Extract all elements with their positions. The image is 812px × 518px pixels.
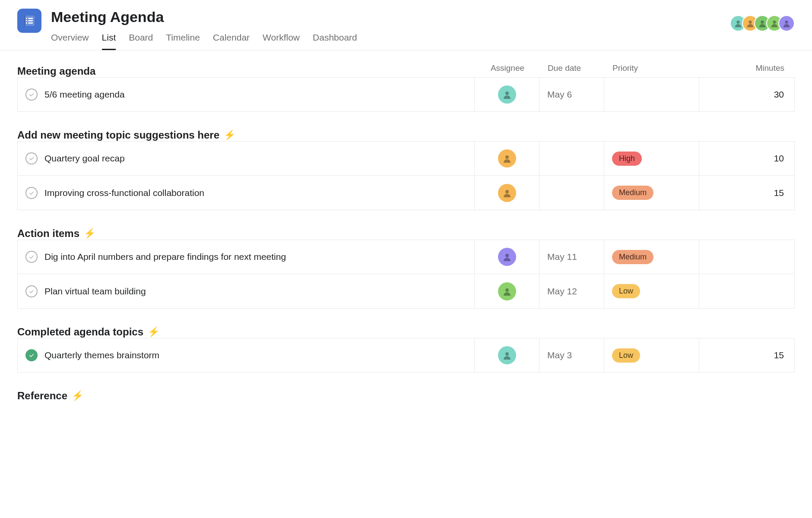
section-header-row: Reference⚡ bbox=[17, 390, 795, 402]
due-date-cell[interactable] bbox=[539, 176, 604, 210]
due-date-cell[interactable]: May 12 bbox=[539, 274, 604, 308]
tab-workflow[interactable]: Workflow bbox=[263, 29, 300, 50]
assignee-cell[interactable] bbox=[475, 338, 539, 372]
complete-check-icon[interactable] bbox=[25, 349, 38, 361]
task-cell[interactable]: Dig into April numbers and prepare findi… bbox=[18, 240, 475, 274]
section-title-text: Reference bbox=[17, 390, 67, 402]
section-title-text: Action items bbox=[17, 227, 79, 240]
section-title-text: Add new meeting topic suggestions here bbox=[17, 129, 219, 141]
section-title[interactable]: Action items⚡ bbox=[17, 227, 95, 240]
assignee-avatar[interactable] bbox=[498, 282, 516, 300]
tab-calendar[interactable]: Calendar bbox=[213, 29, 250, 50]
svg-point-16 bbox=[505, 254, 509, 257]
section-title[interactable]: Reference⚡ bbox=[17, 390, 83, 402]
task-cell[interactable]: Plan virtual team building bbox=[18, 274, 475, 308]
due-date-cell[interactable] bbox=[539, 142, 604, 175]
assignee-cell[interactable] bbox=[475, 78, 539, 111]
section-title[interactable]: Meeting agenda bbox=[17, 65, 95, 77]
priority-pill[interactable]: High bbox=[612, 152, 642, 166]
complete-check-icon[interactable] bbox=[25, 251, 38, 263]
person-icon bbox=[745, 19, 755, 28]
tab-board[interactable]: Board bbox=[129, 29, 153, 50]
project-icon bbox=[17, 9, 41, 33]
priority-pill[interactable]: Medium bbox=[612, 186, 653, 200]
task-name: Improving cross-functional collaboration bbox=[44, 188, 204, 198]
complete-check-icon[interactable] bbox=[25, 88, 38, 101]
section: Add new meeting topic suggestions here⚡Q… bbox=[17, 129, 795, 210]
complete-check-icon[interactable] bbox=[25, 152, 38, 164]
task-cell[interactable]: Quartery goal recap bbox=[18, 142, 475, 175]
priority-pill[interactable]: Medium bbox=[612, 250, 653, 264]
tab-list[interactable]: List bbox=[102, 29, 116, 50]
svg-rect-5 bbox=[26, 22, 27, 24]
svg-rect-2 bbox=[28, 18, 33, 19]
priority-cell[interactable] bbox=[604, 78, 699, 111]
task-row[interactable]: Improving cross-functional collaboration… bbox=[17, 176, 795, 210]
minutes-cell[interactable]: 10 bbox=[699, 142, 794, 175]
assignee-avatar[interactable] bbox=[498, 149, 516, 167]
svg-point-12 bbox=[785, 21, 788, 24]
priority-cell[interactable]: High bbox=[604, 142, 699, 175]
due-date-cell[interactable]: May 6 bbox=[539, 78, 604, 111]
section-title-text: Meeting agenda bbox=[17, 65, 95, 77]
priority-cell[interactable]: Medium bbox=[604, 176, 699, 210]
person-icon bbox=[502, 188, 512, 198]
priority-cell[interactable]: Low bbox=[604, 338, 699, 372]
task-row[interactable]: Dig into April numbers and prepare findi… bbox=[17, 240, 795, 274]
priority-cell[interactable]: Low bbox=[604, 274, 699, 308]
complete-check-icon[interactable] bbox=[25, 285, 38, 297]
column-headers: AssigneeDue datePriorityMinutes bbox=[475, 63, 795, 77]
person-icon bbox=[770, 19, 779, 28]
due-date-cell[interactable]: May 3 bbox=[539, 338, 604, 372]
assignee-cell[interactable] bbox=[475, 176, 539, 210]
priority-cell[interactable]: Medium bbox=[604, 240, 699, 274]
section: Meeting agendaAssigneeDue datePriorityMi… bbox=[17, 63, 795, 112]
section-title[interactable]: Completed agenda topics⚡ bbox=[17, 326, 159, 338]
svg-rect-6 bbox=[28, 22, 33, 24]
minutes-cell[interactable]: 15 bbox=[699, 176, 794, 210]
svg-point-18 bbox=[505, 352, 509, 356]
task-list-content: Meeting agendaAssigneeDue datePriorityMi… bbox=[0, 51, 812, 432]
person-icon bbox=[502, 89, 512, 100]
bolt-icon: ⚡ bbox=[224, 130, 235, 141]
col-header-due[interactable]: Due date bbox=[540, 63, 605, 73]
person-icon bbox=[502, 286, 512, 297]
tab-overview[interactable]: Overview bbox=[51, 29, 89, 50]
col-header-priority[interactable]: Priority bbox=[605, 63, 700, 73]
assignee-avatar[interactable] bbox=[498, 248, 516, 266]
col-header-minutes[interactable]: Minutes bbox=[700, 63, 795, 73]
assignee-cell[interactable] bbox=[475, 240, 539, 274]
complete-check-icon[interactable] bbox=[25, 187, 38, 199]
project-members[interactable] bbox=[730, 15, 795, 32]
assignee-avatar[interactable] bbox=[498, 85, 516, 104]
task-cell[interactable]: Improving cross-functional collaboration bbox=[18, 176, 475, 210]
task-cell[interactable]: 5/6 meeting agenda bbox=[18, 78, 475, 111]
tab-dashboard[interactable]: Dashboard bbox=[313, 29, 357, 50]
minutes-cell[interactable] bbox=[699, 240, 794, 274]
svg-rect-1 bbox=[26, 18, 27, 19]
svg-point-11 bbox=[773, 21, 776, 24]
assignee-cell[interactable] bbox=[475, 274, 539, 308]
assignee-avatar[interactable] bbox=[498, 184, 516, 202]
tab-timeline[interactable]: Timeline bbox=[166, 29, 200, 50]
svg-point-14 bbox=[505, 155, 509, 159]
member-avatar[interactable] bbox=[778, 15, 795, 32]
assignee-avatar[interactable] bbox=[498, 346, 516, 364]
section-title[interactable]: Add new meeting topic suggestions here⚡ bbox=[17, 129, 235, 141]
task-row[interactable]: 5/6 meeting agendaMay 630 bbox=[17, 77, 795, 112]
minutes-cell[interactable]: 30 bbox=[699, 78, 794, 111]
col-header-assignee[interactable]: Assignee bbox=[475, 63, 540, 73]
assignee-cell[interactable] bbox=[475, 142, 539, 175]
minutes-cell[interactable]: 15 bbox=[699, 338, 794, 372]
priority-pill[interactable]: Low bbox=[612, 284, 640, 298]
task-row[interactable]: Quarterly themes brainstormMay 3Low15 bbox=[17, 338, 795, 373]
priority-pill[interactable]: Low bbox=[612, 348, 640, 363]
project-title[interactable]: Meeting Agenda bbox=[51, 9, 795, 25]
bolt-icon: ⚡ bbox=[84, 228, 95, 239]
section: Reference⚡ bbox=[17, 390, 795, 402]
due-date-cell[interactable]: May 11 bbox=[539, 240, 604, 274]
task-row[interactable]: Plan virtual team buildingMay 12Low bbox=[17, 274, 795, 309]
task-cell[interactable]: Quarterly themes brainstorm bbox=[18, 338, 475, 372]
task-row[interactable]: Quartery goal recapHigh10 bbox=[17, 141, 795, 176]
minutes-cell[interactable] bbox=[699, 274, 794, 308]
